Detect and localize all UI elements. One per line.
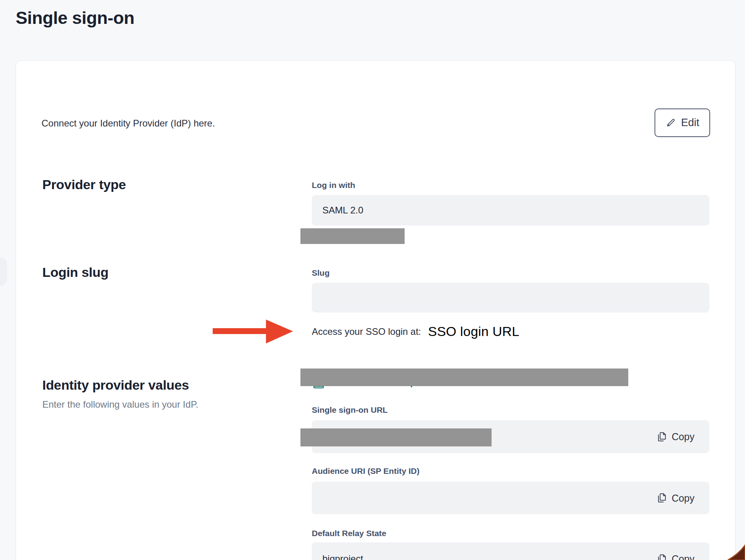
copy-sso-url-button[interactable]: Copy bbox=[656, 431, 694, 443]
sso-settings-page: Single sign-on Connect your Identity Pro… bbox=[0, 0, 745, 560]
redacted-audience-uri-value bbox=[300, 428, 492, 446]
slug-field bbox=[312, 283, 709, 313]
section-heading-provider-type: Provider type bbox=[42, 177, 126, 192]
copy-button-label: Copy bbox=[672, 431, 694, 443]
slug-label: Slug bbox=[312, 268, 330, 278]
provider-type-value: SAML 2.0 bbox=[322, 205, 363, 216]
audience-uri-label: Audience URI (SP Entity ID) bbox=[312, 466, 420, 476]
sso-access-row: Access your SSO login at: SSO login URL bbox=[312, 324, 519, 339]
redacted-slug-value bbox=[300, 228, 405, 244]
idp-values-subheading: Enter the following values in your IdP. bbox=[42, 399, 198, 410]
corner-annotation bbox=[725, 544, 745, 560]
sso-card: Connect your Identity Provider (IdP) her… bbox=[16, 60, 736, 560]
left-edge-handle bbox=[0, 258, 7, 286]
audience-uri-field: Copy bbox=[312, 482, 709, 514]
intro-text: Connect your Identity Provider (IdP) her… bbox=[42, 118, 215, 129]
copy-icon bbox=[656, 553, 667, 560]
sso-login-url-annotation[interactable]: SSO login URL bbox=[428, 324, 519, 339]
annotation-arrow-icon bbox=[212, 319, 294, 345]
single-sign-on-url-label: Single sign-on URL bbox=[312, 405, 388, 415]
edit-button[interactable]: Edit bbox=[655, 108, 710, 137]
copy-icon bbox=[656, 431, 667, 442]
redacted-sso-url-value bbox=[300, 369, 628, 386]
copy-button-label: Copy bbox=[672, 553, 694, 560]
access-login-text: Access your SSO login at: bbox=[312, 326, 421, 337]
section-heading-idp-values: Identity provider values bbox=[42, 378, 189, 393]
copy-icon bbox=[656, 493, 667, 504]
provider-type-field: SAML 2.0 bbox=[312, 195, 709, 226]
login-with-label: Log in with bbox=[312, 181, 355, 190]
default-relay-state-value: bigproject bbox=[322, 553, 363, 560]
copy-relay-state-button[interactable]: Copy bbox=[656, 553, 694, 560]
default-relay-state-label: Default Relay State bbox=[312, 529, 386, 538]
edit-button-label: Edit bbox=[681, 117, 700, 129]
section-heading-login-slug: Login slug bbox=[42, 265, 108, 280]
default-relay-state-field: bigproject Copy bbox=[312, 542, 709, 560]
copy-button-label: Copy bbox=[672, 492, 694, 504]
page-title: Single sign-on bbox=[16, 8, 134, 28]
copy-audience-uri-button[interactable]: Copy bbox=[656, 492, 694, 504]
pencil-icon bbox=[665, 117, 676, 128]
